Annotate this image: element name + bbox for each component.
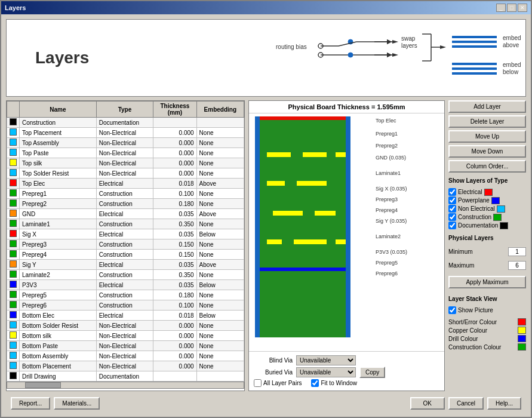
table-row[interactable]: Drill DrawingDocumentation: [7, 371, 244, 382]
row-embedding: [196, 371, 244, 382]
table-row[interactable]: Sig YElectrical0.035Above: [7, 260, 244, 270]
table-row[interactable]: Bottom AssemblyNon-Electrical0.000None: [7, 351, 244, 361]
minimize-button[interactable]: _: [496, 4, 506, 12]
title-bar: Layers _ □ ✕: [1, 1, 531, 14]
materials-button[interactable]: Materials...: [54, 397, 100, 410]
layer-type-item: Documentation: [448, 222, 526, 229]
label-p3v3: P3V3 (0.035): [376, 249, 430, 255]
row-thickness: 0.000: [153, 128, 196, 138]
label-prepreg2: Prepreg2: [376, 143, 430, 149]
row-type: Electrical: [96, 311, 153, 321]
layer-type-checkbox-powerplane[interactable]: [448, 196, 456, 204]
layers-table: Name Type Thickness(mm) Embedding Constr…: [7, 101, 244, 382]
table-row[interactable]: Bottom PlacementNon-Electrical0.000None: [7, 361, 244, 371]
col-embedding[interactable]: Embedding: [196, 102, 244, 118]
main-area: Name Type Thickness(mm) Embedding Constr…: [6, 100, 526, 391]
layer-type-checkbox-construction[interactable]: [448, 213, 456, 221]
row-color-swatch: [7, 250, 20, 260]
table-row[interactable]: Prepreg4Construction0.150None: [7, 250, 244, 260]
row-type: Construction: [96, 250, 153, 260]
table-row[interactable]: Prepreg1Construction0.100None: [7, 189, 244, 199]
table-row[interactable]: P3V3Electrical0.035Below: [7, 280, 244, 290]
row-type: Non-Electrical: [96, 341, 153, 351]
show-picture-label[interactable]: Show Picture: [448, 306, 526, 314]
col-thickness[interactable]: Thickness(mm): [153, 102, 196, 118]
table-row[interactable]: Bottom Solder ResistNon-Electrical0.000N…: [7, 321, 244, 331]
svg-rect-34: [260, 116, 346, 120]
layer-type-item: Powerplane: [448, 196, 526, 204]
table-row[interactable]: Top silkNon-Electrical0.000None: [7, 158, 244, 168]
copy-button[interactable]: Copy: [359, 367, 385, 378]
table-row[interactable]: Top AssemblyNon-Electrical0.000None: [7, 138, 244, 148]
row-name: Prepreg6: [20, 300, 97, 311]
layer-type-checkbox-documentation[interactable]: [448, 222, 456, 229]
blind-via-row: Blind Via Unavailable: [254, 355, 439, 365]
row-type: Construction: [96, 219, 153, 229]
colour-row: Drill Colour: [448, 335, 526, 342]
move-down-button[interactable]: Move Down: [448, 145, 526, 158]
table-row[interactable]: Top PasteNon-Electrical0.000None: [7, 148, 244, 158]
apply-maximum-button[interactable]: Apply Maximum: [448, 276, 526, 288]
horizontal-scrollbar[interactable]: [7, 382, 244, 389]
table-row[interactable]: Prepreg3Construction0.150None: [7, 239, 244, 250]
row-color-swatch: [7, 168, 20, 179]
layer-type-checkbox-non-electrical[interactable]: [448, 205, 456, 213]
table-row[interactable]: GNDElectrical0.035Above: [7, 209, 244, 219]
layer-type-checkbox-electrical[interactable]: [448, 188, 456, 196]
row-name: Top Paste: [20, 148, 97, 158]
row-embedding: None: [196, 341, 244, 351]
maximize-button[interactable]: □: [507, 4, 516, 12]
table-row[interactable]: Bottom ElecElectrical0.018Below: [7, 311, 244, 321]
row-type: Construction: [96, 290, 153, 300]
table-row[interactable]: Sig XElectrical0.035Below: [7, 229, 244, 239]
layers-table-section[interactable]: Name Type Thickness(mm) Embedding Constr…: [6, 100, 245, 391]
table-row[interactable]: Top ElecElectrical0.018Above: [7, 179, 244, 189]
svg-rect-37: [267, 152, 291, 157]
label-top-elec: Top Elec: [376, 118, 430, 124]
blind-via-select[interactable]: Unavailable: [296, 355, 356, 365]
row-type: Non-Electrical: [96, 321, 153, 331]
help-button[interactable]: Help...: [487, 397, 521, 410]
svg-rect-49: [294, 239, 327, 244]
col-name[interactable]: Name: [20, 102, 97, 118]
table-row[interactable]: Prepreg6Construction0.100None: [7, 300, 244, 311]
row-name: Laminate1: [20, 219, 97, 229]
fit-to-window-label[interactable]: Fit to Window: [311, 379, 357, 387]
row-color-swatch: [7, 118, 20, 128]
close-button[interactable]: ✕: [518, 4, 527, 12]
physical-layers-title: Physical Layers: [448, 235, 526, 241]
row-embedding: None: [196, 199, 244, 209]
table-row[interactable]: Bottom PasteNon-Electrical0.000None: [7, 341, 244, 351]
col-type[interactable]: Type: [96, 102, 153, 118]
all-layer-pairs-label[interactable]: All Layer Pairs: [254, 379, 302, 387]
move-up-button[interactable]: Move Up: [448, 130, 526, 143]
row-thickness: [153, 371, 196, 382]
column-order-button[interactable]: Column Order...: [448, 160, 526, 173]
table-row[interactable]: Laminate2Construction0.350None: [7, 270, 244, 280]
row-embedding: None: [196, 239, 244, 250]
buried-via-select[interactable]: Unavailable: [296, 367, 356, 377]
table-row[interactable]: Top Solder ResistNon-Electrical0.000None: [7, 168, 244, 179]
buried-via-label: Buried Via: [254, 369, 293, 376]
label-laminate2: Laminate2: [376, 233, 430, 239]
all-layer-pairs-checkbox[interactable]: [254, 379, 262, 387]
add-layer-button[interactable]: Add Layer: [448, 100, 526, 113]
table-row[interactable]: ConstructionDocumentation: [7, 118, 244, 128]
row-thickness: 0.000: [153, 168, 196, 179]
table-row[interactable]: Prepreg5Construction0.180None: [7, 290, 244, 300]
table-row[interactable]: Prepreg2Construction0.180None: [7, 199, 244, 209]
fit-to-window-checkbox[interactable]: [311, 379, 319, 387]
minimum-input[interactable]: [508, 247, 526, 256]
row-name: Bottom silk: [20, 331, 97, 341]
row-color-swatch: [7, 280, 20, 290]
report-button[interactable]: Report...: [11, 397, 50, 410]
row-thickness: 0.000: [153, 361, 196, 371]
table-row[interactable]: Laminate1Construction0.350None: [7, 219, 244, 229]
delete-layer-button[interactable]: Delete Layer: [448, 115, 526, 128]
cancel-button[interactable]: Cancel: [448, 397, 484, 410]
ok-button[interactable]: OK: [410, 397, 445, 410]
table-row[interactable]: Bottom silkNon-Electrical0.000None: [7, 331, 244, 341]
maximum-input[interactable]: [508, 261, 526, 270]
table-row[interactable]: Top PlacementNon-Electrical0.000None: [7, 128, 244, 138]
show-picture-checkbox[interactable]: [448, 306, 456, 314]
